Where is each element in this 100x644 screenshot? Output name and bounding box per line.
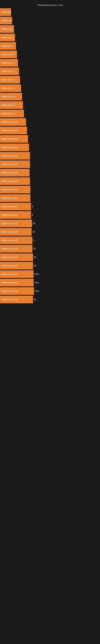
bar-row: Bottleneck res (0, 101, 100, 109)
chart-container: TheBottlenecker.com BottleneckBottleneck… (0, 0, 100, 306)
bar-label: Bottleneck result (0, 186, 30, 194)
bar-row: Bottleneck result4 (0, 211, 100, 219)
bar-row: Bottleneck result (0, 194, 100, 202)
bar-row: Bottleneck result (0, 152, 100, 160)
bar-label: Bottleneck result (0, 262, 33, 270)
bar-row: Bottleneck r (0, 42, 100, 50)
bar-label: Bottleneck result (0, 169, 30, 176)
bar-row: Bottleneck result51. (0, 296, 100, 303)
bar-row: Bottleneck result (0, 144, 100, 151)
bar-row: Bottleneck r (0, 34, 100, 41)
bar-row: Bottleneck result53.9 (0, 287, 100, 295)
bar-row: Bottleneck result52. (0, 253, 100, 261)
bar-label: Bottleneck result (0, 177, 30, 185)
bar-label: Bottleneck result (0, 253, 33, 261)
bar-row: Bottleneck result4 (0, 203, 100, 210)
bar-value: 4 (32, 205, 33, 208)
bar-label: Bottleneck result (0, 236, 32, 244)
bar-label: Bottleneck result (0, 203, 31, 210)
bar-label: Bottleneck (0, 8, 11, 16)
bar-label: Bottleneck result (0, 118, 26, 126)
bar-row: Bottleneck result (0, 177, 100, 185)
bar-label: Bottleneck result (0, 287, 34, 295)
bar-label: Bottleneck result (0, 211, 31, 219)
bar-value: 4 (33, 239, 34, 242)
bar-label: Bottleneck r (0, 42, 16, 50)
bar-label: Bottleneck result (0, 279, 34, 286)
bar-row: Bottleneck res (0, 93, 100, 100)
bar-row: Bottleneck result (0, 169, 100, 176)
bar-row: Bottleneck result50 (0, 220, 100, 227)
bar-row: Bottleneck result53% (0, 270, 100, 278)
bar-row: Bottleneck re (0, 59, 100, 66)
bar-label: Bottleneck re (0, 59, 18, 66)
bar-label: Bottleneck result (0, 228, 32, 236)
bar-row: Bottleneck re (0, 76, 100, 84)
bar-label: Bottleneck result (0, 160, 30, 168)
bar-row: Bottleneck result (0, 135, 100, 143)
bar-row: Bottleneck result50 (0, 245, 100, 252)
site-title: TheBottlenecker.com (0, 2, 100, 8)
bar-row: Bottleneck res (0, 110, 100, 117)
bar-label: Bottleneck re (0, 76, 20, 84)
bar-row: Bottleneck result (0, 186, 100, 194)
bar-label: Bottleneck re (0, 84, 21, 92)
bar-row: Bottleneck result53.4 (0, 279, 100, 286)
bar-label: Bottleneck re (0, 68, 19, 75)
bar-value: 50 (33, 248, 36, 250)
bar-label: Bottleneck res (0, 101, 23, 109)
bar-row: Bottleneck result49 (0, 228, 100, 236)
bar-label: Bottleneck result (0, 220, 32, 227)
bar-value: 53% (34, 273, 39, 275)
bar-label: Bottleneck result (0, 144, 29, 151)
bar-label: Bottleneck r (0, 34, 15, 41)
bar-row: Bottleneck re (0, 50, 100, 58)
bar-label: Bottleneck result (0, 296, 33, 303)
bar-row: Bottleneck result (0, 118, 100, 126)
bar-row: Bottleneck (0, 8, 100, 16)
bar-row: Bottleneck result4 (0, 236, 100, 244)
bar-label: Bottleneck re (0, 50, 17, 58)
bar-value: 52. (34, 256, 37, 258)
bar-label: Bottleneck result (0, 135, 28, 143)
bar-value: 4 (32, 214, 33, 216)
bar-value: 51. (34, 298, 37, 301)
bar-label: Bottleneck result (0, 152, 30, 160)
bar-value: 49 (32, 231, 35, 233)
bar-value: 53.4 (34, 281, 39, 284)
bar-row: Bottleneck result52. (0, 262, 100, 270)
bar-row: Bottleneck re (0, 84, 100, 92)
bar-label: Bottleneck result (0, 245, 32, 252)
bar-label: Bottleneck r (0, 17, 12, 24)
bar-label: Bottleneck res (0, 110, 24, 117)
bar-label: Bottleneck result (0, 126, 27, 134)
bar-value: 52. (34, 264, 37, 267)
bar-row: Bottleneck r (0, 17, 100, 24)
bar-value: 53.9 (35, 290, 39, 292)
bar-label: Bottleneck result (0, 194, 30, 202)
bar-label: Bottleneck result (0, 270, 34, 278)
bar-value: 50 (33, 222, 35, 224)
bar-row: Bottleneck result (0, 126, 100, 134)
bar-row: Bottleneck r (0, 25, 100, 33)
bar-label: Bottleneck res (0, 93, 22, 100)
bar-label: Bottleneck r (0, 25, 14, 33)
bar-row: Bottleneck re (0, 68, 100, 75)
bar-row: Bottleneck result (0, 160, 100, 168)
